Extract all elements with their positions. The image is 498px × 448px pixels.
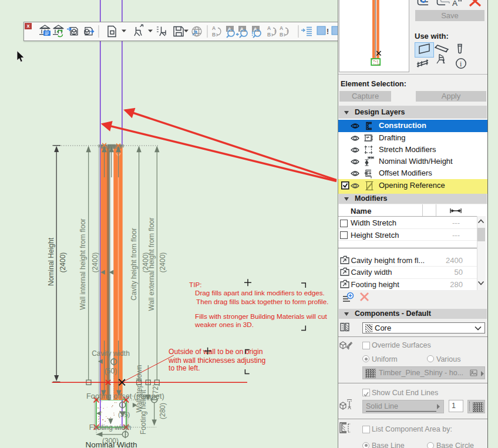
svg-text:(2400): (2400)	[91, 252, 99, 273]
svg-text:Fills with stronger Building M: Fills with stronger Building Materials w…	[195, 312, 327, 320]
svg-text:(2400): (2400)	[59, 252, 67, 273]
svg-text:Footing width: Footing width	[89, 423, 131, 432]
svg-text:(280): (280)	[159, 403, 167, 419]
svg-text:!: !	[327, 28, 329, 36]
svg-text:B: B	[280, 32, 283, 38]
svg-text:!: !	[251, 31, 253, 37]
svg-text:(50): (50)	[105, 367, 117, 375]
svg-text:A: A	[452, 0, 457, 8]
svg-text:Then drag fills back together: Then drag fills back together to form pr…	[196, 298, 328, 305]
svg-text:with wall thicknesses adjustin: with wall thicknesses adjusting	[168, 356, 265, 365]
svg-text:i: i	[460, 60, 462, 68]
svg-text:A: A	[212, 25, 216, 31]
svg-text:Cavity height from floor: Cavity height from floor	[130, 228, 138, 300]
svg-text:Wall internal height from floo: Wall internal height from floor	[79, 218, 87, 310]
svg-text:(35): (35)	[118, 411, 130, 418]
svg-text:B: B	[212, 32, 216, 38]
svg-text:Drag fills apart and link modi: Drag fills apart and link modifiers to e…	[195, 289, 325, 297]
svg-text:weaker ones in 3D.: weaker ones in 3D.	[194, 321, 254, 328]
svg-text:Wall external height from floo: Wall external height from floor	[147, 218, 156, 311]
svg-text:to the left.: to the left.	[169, 364, 200, 372]
svg-text:TIP:: TIP:	[189, 281, 201, 288]
svg-text:Footing offset (parapet): Footing offset (parapet)	[86, 392, 164, 400]
svg-text:Nominal Width: Nominal Width	[86, 440, 137, 448]
svg-text:B: B	[267, 32, 271, 38]
svg-text:Outside of wall to be on origi: Outside of wall to be on origin	[169, 348, 263, 356]
svg-text:A: A	[267, 25, 271, 31]
svg-text:Nominal Height: Nominal Height	[47, 237, 55, 286]
svg-text:Cavity width: Cavity width	[92, 349, 130, 358]
svg-text:(2400): (2400)	[159, 252, 167, 273]
svg-text:A: A	[280, 25, 283, 31]
